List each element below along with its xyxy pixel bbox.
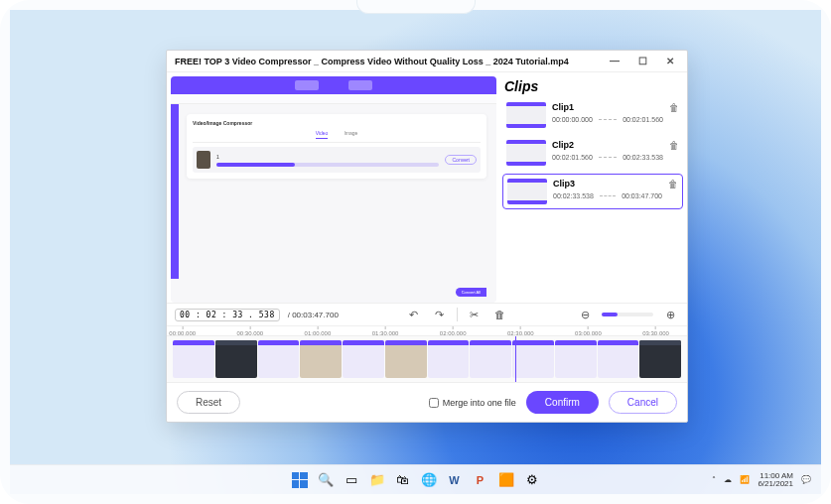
clip-item[interactable]: Clip1 00:00:00.000 00:02:01.560 🗑 bbox=[502, 98, 683, 132]
preview-convert-all: Convert All bbox=[456, 288, 486, 297]
redo-icon[interactable]: ↷ bbox=[431, 306, 449, 323]
timeline-frame bbox=[173, 340, 214, 378]
clip-end: 00:02:33.538 bbox=[623, 154, 663, 161]
clips-heading: Clips bbox=[504, 78, 683, 94]
cut-icon[interactable]: ✂ bbox=[466, 306, 484, 323]
merge-checkbox[interactable]: Merge into one file bbox=[429, 398, 516, 408]
clips-panel: Clips Clip1 00:00:00.000 00:02:01.560 🗑 bbox=[502, 76, 683, 303]
cloud-icon[interactable]: ☁ bbox=[724, 475, 732, 484]
clip-end: 00:02:01.560 bbox=[623, 116, 663, 123]
trash-icon[interactable]: 🗑 bbox=[669, 102, 679, 113]
clip-name: Clip2 bbox=[552, 140, 663, 150]
wifi-icon[interactable]: 📶 bbox=[740, 475, 750, 484]
timeline-frame bbox=[385, 340, 427, 378]
clip-name: Clip1 bbox=[552, 102, 663, 112]
trash-icon[interactable]: 🗑 bbox=[669, 140, 679, 151]
clip-item[interactable]: Clip2 00:02:01.560 00:02:33.538 🗑 bbox=[502, 136, 683, 170]
preview-tab-image: Image bbox=[344, 130, 357, 139]
steam-icon[interactable]: ⚙ bbox=[523, 471, 541, 489]
timeline-frame bbox=[470, 340, 511, 378]
zoom-in-icon[interactable]: ⊕ bbox=[661, 306, 679, 323]
clip-thumbnail bbox=[506, 140, 546, 166]
timeline-frame bbox=[598, 340, 639, 378]
clip-name: Clip3 bbox=[553, 179, 662, 189]
preview-tab-video: Video bbox=[316, 130, 329, 139]
notifications-icon[interactable]: 💬 bbox=[801, 475, 811, 484]
taskview-icon[interactable]: ▭ bbox=[343, 471, 360, 489]
playhead[interactable] bbox=[515, 335, 516, 383]
trash-icon[interactable]: 🗑 bbox=[668, 179, 678, 189]
cancel-button[interactable]: Cancel bbox=[609, 391, 677, 414]
zoom-out-icon[interactable]: ⊖ bbox=[576, 306, 594, 323]
edge-icon[interactable]: 🌐 bbox=[420, 471, 438, 489]
taskbar[interactable]: 🔍 ▭ 📁 🛍 🌐 W P 🟧 ⚙ ˄ ☁ 📶 11:00 AM 6/21/20… bbox=[10, 464, 821, 494]
clip-start: 00:02:33.538 bbox=[553, 192, 594, 199]
minimize-button[interactable]: — bbox=[602, 53, 627, 70]
timeline-controls: 00 : 02 : 33 . 538 / 00:03:47.700 ↶ ↷ ✂ … bbox=[167, 303, 687, 325]
close-button[interactable]: ✕ bbox=[657, 53, 683, 70]
preview-app-topbar bbox=[171, 76, 496, 94]
explorer-icon[interactable]: 📁 bbox=[368, 471, 386, 489]
chevron-up-icon[interactable]: ˄ bbox=[712, 475, 716, 484]
timeline-frame bbox=[343, 340, 384, 378]
delete-icon[interactable]: 🗑 bbox=[491, 306, 509, 323]
maximize-button[interactable]: ☐ bbox=[629, 53, 655, 70]
taskbar-clock[interactable]: 11:00 AM 6/21/2021 bbox=[758, 472, 793, 488]
laptop-notch bbox=[356, 0, 476, 14]
start-icon[interactable] bbox=[291, 471, 309, 489]
timeline-frame bbox=[428, 340, 470, 378]
titlebar[interactable]: FREE! TOP 3 Video Compressor _ Compress … bbox=[167, 51, 687, 72]
clip-thumbnail bbox=[506, 102, 546, 128]
reset-button[interactable]: Reset bbox=[177, 391, 240, 414]
word-icon[interactable]: W bbox=[446, 471, 464, 489]
merge-checkbox-input[interactable] bbox=[429, 398, 439, 408]
timeline-ruler[interactable]: 00:00.000 00:30.000 01:00.000 01:30.000 … bbox=[167, 325, 687, 335]
timeline-frame bbox=[215, 340, 257, 378]
app-window: FREE! TOP 3 Video Compressor _ Compress … bbox=[166, 50, 688, 423]
clip-item[interactable]: Clip3 00:02:33.538 00:03:47.700 🗑 bbox=[502, 174, 683, 209]
undo-icon[interactable]: ↶ bbox=[405, 306, 423, 323]
preview-convert-button: Convert bbox=[445, 155, 477, 165]
clip-start: 00:00:00.000 bbox=[552, 116, 593, 123]
clip-start: 00:02:01.560 bbox=[552, 154, 593, 161]
timeline-frame bbox=[300, 340, 342, 378]
window-title: FREE! TOP 3 Video Compressor _ Compress … bbox=[175, 57, 569, 66]
clip-thumbnail bbox=[507, 179, 547, 204]
confirm-button[interactable]: Confirm bbox=[526, 391, 599, 414]
total-duration: / 00:03:47.700 bbox=[288, 311, 339, 319]
timeline-frame bbox=[639, 340, 681, 378]
app-icon[interactable]: 🟧 bbox=[497, 471, 515, 489]
video-preview: Video/Image Compressor Video Image 1 bbox=[171, 76, 496, 303]
timeline-frame bbox=[512, 340, 554, 378]
search-icon[interactable]: 🔍 bbox=[317, 471, 335, 489]
powerpoint-icon[interactable]: P bbox=[472, 471, 489, 489]
current-time-input[interactable]: 00 : 02 : 33 . 538 bbox=[175, 309, 280, 321]
timeline-filmstrip[interactable] bbox=[167, 335, 687, 383]
preview-panel-title: Video/Image Compressor bbox=[193, 120, 481, 126]
timeline-frame bbox=[555, 340, 597, 378]
zoom-slider[interactable] bbox=[602, 313, 653, 316]
store-icon[interactable]: 🛍 bbox=[394, 471, 412, 489]
timeline-frame bbox=[258, 340, 300, 378]
clip-end: 00:03:47.700 bbox=[622, 192, 662, 199]
